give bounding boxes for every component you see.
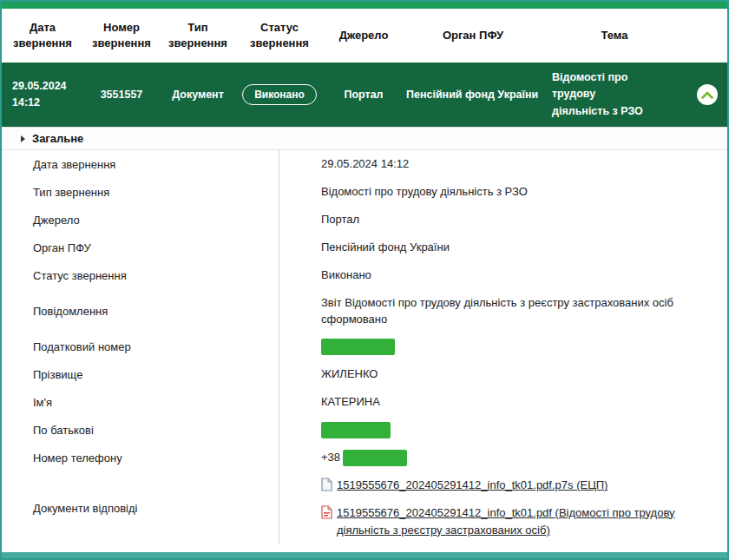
request-number: 3551557 <box>83 89 160 101</box>
detail-row-source: Джерело Портал <box>2 206 727 234</box>
document-link-pdf[interactable]: 1519555676_202405291412_info_tk01.pdf (В… <box>321 504 675 539</box>
details-panel: Дата звернення 29.05.2024 14:12 Тип звер… <box>2 150 727 544</box>
chevron-up-icon[interactable] <box>697 84 718 105</box>
detail-label-source: Джерело <box>2 206 279 234</box>
request-collapse-cell <box>687 84 727 105</box>
request-type: Документ <box>160 89 236 101</box>
section-title: Загальне <box>32 132 83 145</box>
redacted-phone <box>343 450 407 466</box>
document-link-signature[interactable]: 1519555676_202405291412_info_tk01.pdf.p7… <box>321 477 608 497</box>
detail-label-surname: Прізвище <box>2 360 279 388</box>
request-theme: Відомості про трудову діяльність з РЗО <box>542 63 687 127</box>
detail-value-documents: 1519555676_202405291412_info_tk01.pdf.p7… <box>279 471 727 544</box>
status-badge: Виконано <box>242 84 317 105</box>
detail-label-organ: Орган ПФУ <box>2 234 279 261</box>
detail-value-surname: ЖИЛЕНКО <box>279 360 727 388</box>
detail-value-message: Звіт Відомості про трудову діяльність з … <box>279 289 727 333</box>
detail-row-organ: Орган ПФУ Пенсійний фонд України <box>2 234 727 261</box>
request-date: 29.05.2024 14:12 <box>2 78 83 111</box>
detail-row-documents: Документи відповіді 1519555676_202405291… <box>2 471 727 544</box>
request-summary-row[interactable]: 29.05.2024 14:12 3551557 Документ Викона… <box>2 63 727 127</box>
detail-value-patronymic <box>279 416 727 444</box>
table-header-row: Дата звернення Номер звернення Тип зверн… <box>2 9 727 63</box>
detail-row-surname: Прізвище ЖИЛЕНКО <box>2 360 727 388</box>
request-source: Портал <box>323 89 404 101</box>
column-header-type: Тип звернення <box>160 20 236 50</box>
p7s-file-icon <box>321 478 332 497</box>
redacted-patronymic <box>321 422 391 438</box>
detail-value-status: Виконано <box>279 261 727 289</box>
detail-value-source: Портал <box>279 206 727 234</box>
column-header-source: Джерело <box>323 28 404 43</box>
column-header-theme: Тема <box>542 28 687 43</box>
detail-label-documents: Документи відповіді <box>2 471 279 544</box>
request-organ: Пенсійний фонд України <box>404 87 542 103</box>
pdf-file-icon <box>321 505 332 524</box>
document-link-text: 1519555676_202405291412_info_tk01.pdf (В… <box>337 504 675 539</box>
detail-label-type: Тип звернення <box>2 178 279 206</box>
detail-row-type: Тип звернення Відомості про трудову діял… <box>2 178 727 206</box>
request-status-cell: Виконано <box>236 84 323 105</box>
detail-row-patronymic: По батькові <box>2 416 727 444</box>
detail-row-first-name: Ім'я КАТЕРИНА <box>2 388 727 416</box>
detail-label-status: Статус звернення <box>2 261 279 289</box>
request-details-page: Дата звернення Номер звернення Тип зверн… <box>0 0 729 560</box>
column-header-status: Статус звернення <box>236 20 323 50</box>
detail-label-phone: Номер телефону <box>2 444 279 471</box>
detail-value-tax-number <box>279 333 727 360</box>
column-header-number: Номер звернення <box>83 20 160 50</box>
document-link-text: 1519555676_202405291412_info_tk01.pdf.p7… <box>337 477 608 494</box>
detail-value-date: 29.05.2024 14:12 <box>279 150 727 178</box>
detail-row-date: Дата звернення 29.05.2024 14:12 <box>2 150 727 178</box>
detail-label-tax-number: Податковий номер <box>2 333 279 360</box>
detail-label-date: Дата звернення <box>2 150 279 178</box>
detail-label-message: Повідомлення <box>2 289 279 333</box>
detail-row-status: Статус звернення Виконано <box>2 261 727 289</box>
triangle-right-icon <box>21 135 25 142</box>
detail-value-phone: +38 <box>279 444 727 471</box>
column-header-date: Дата звернення <box>2 20 83 50</box>
section-general-header[interactable]: Загальне <box>2 127 727 150</box>
column-header-organ: Орган ПФУ <box>404 28 542 43</box>
detail-value-first-name: КАТЕРИНА <box>279 388 727 416</box>
detail-value-type: Відомості про трудову діяльність з РЗО <box>279 178 727 206</box>
phone-prefix: +38 <box>321 449 340 466</box>
detail-row-phone: Номер телефону +38 <box>2 444 727 471</box>
bottom-accent-bar <box>2 552 727 558</box>
detail-value-organ: Пенсійний фонд України <box>279 234 727 261</box>
detail-label-first-name: Ім'я <box>2 388 279 416</box>
redacted-tax-number <box>321 339 395 355</box>
detail-row-message: Повідомлення Звіт Відомості про трудову … <box>2 289 727 333</box>
top-accent-bar <box>2 2 727 9</box>
detail-label-patronymic: По батькові <box>2 416 279 444</box>
detail-row-tax-number: Податковий номер <box>2 333 727 360</box>
